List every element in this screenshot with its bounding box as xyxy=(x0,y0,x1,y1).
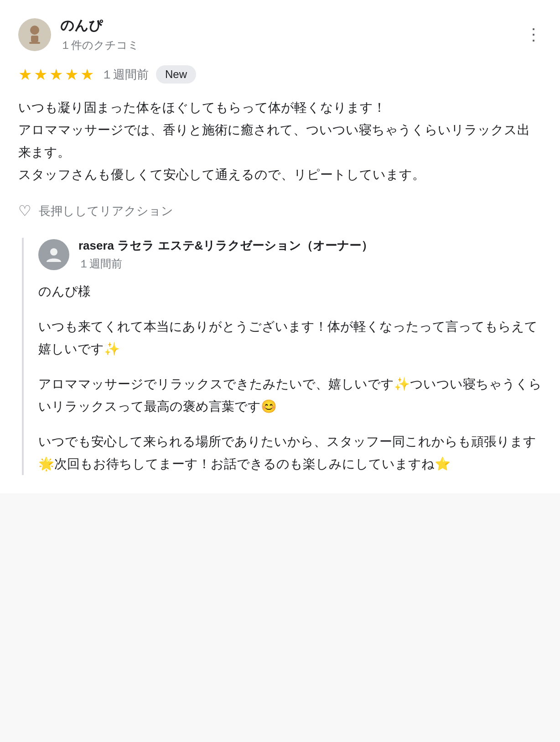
more-options-button[interactable]: ⋮ xyxy=(525,26,542,43)
owner-reply-text: のんぴ様 いつも来てくれて本当にありがとうございます！体が軽くなったって言っても… xyxy=(38,280,542,475)
star-5: ★ xyxy=(80,65,94,84)
reaction-row[interactable]: ♡ 長押ししてリアクション xyxy=(18,202,542,219)
heart-icon[interactable]: ♡ xyxy=(18,202,31,219)
owner-header: rasera ラセラ エステ&リラクゼーション（オーナー） １週間前 xyxy=(38,238,542,271)
owner-name: rasera ラセラ エステ&リラクゼーション（オーナー） xyxy=(78,238,373,254)
review-time: １週間前 xyxy=(101,67,149,83)
new-badge: New xyxy=(156,65,196,84)
owner-time: １週間前 xyxy=(78,256,373,271)
reaction-label: 長押ししてリアクション xyxy=(39,203,173,219)
reviewer-header: のんぴ １件のクチコミ ⋮ xyxy=(18,16,542,52)
star-4: ★ xyxy=(65,65,78,84)
reviewer-name: のんぴ xyxy=(60,16,139,35)
owner-reply: rasera ラセラ エステ&リラクゼーション（オーナー） １週間前 のんぴ様 … xyxy=(22,238,542,475)
svg-rect-1 xyxy=(31,36,38,42)
owner-paragraph-2: アロママッサージでリラックスできたみたいで、嬉しいです✨ついつい寝ちゃうくらいリ… xyxy=(38,373,542,418)
stars: ★ ★ ★ ★ ★ xyxy=(18,65,94,84)
svg-point-0 xyxy=(30,26,39,35)
owner-paragraph-1: いつも来てくれて本当にありがとうございます！体が軽くなったって言ってもらえて嬉し… xyxy=(38,315,542,360)
review-card: のんぴ １件のクチコミ ⋮ ★ ★ ★ ★ ★ １週間前 New いつも凝り固ま… xyxy=(0,0,560,493)
svg-rect-2 xyxy=(29,42,40,44)
reviewer-avatar xyxy=(18,18,51,51)
owner-avatar xyxy=(38,239,69,270)
reviewer-details: のんぴ １件のクチコミ xyxy=(60,16,139,52)
star-2: ★ xyxy=(34,65,47,84)
star-1: ★ xyxy=(18,65,32,84)
reviewer-info: のんぴ １件のクチコミ xyxy=(18,16,139,52)
svg-point-3 xyxy=(50,248,57,256)
rating-row: ★ ★ ★ ★ ★ １週間前 New xyxy=(18,65,542,84)
owner-paragraph-3: いつでも安心して来られる場所でありたいから、スタッフー同これからも頑張ります🌟次… xyxy=(38,430,542,475)
star-3: ★ xyxy=(49,65,63,84)
owner-details: rasera ラセラ エステ&リラクゼーション（オーナー） １週間前 xyxy=(78,238,373,271)
review-text: いつも凝り固まった体をほぐしてもらって体が軽くなります！ アロママッサージでは、… xyxy=(18,96,542,186)
reviewer-count: １件のクチコミ xyxy=(60,38,139,52)
owner-greeting: のんぴ様 xyxy=(38,280,542,303)
